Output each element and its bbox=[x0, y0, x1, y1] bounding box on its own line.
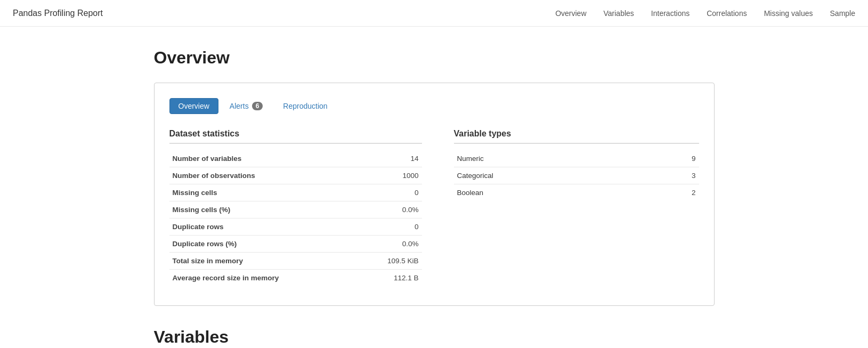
variable-types-heading: Variable types bbox=[454, 129, 699, 144]
vtype-label: Categorical bbox=[454, 167, 651, 184]
stat-label: Number of observations bbox=[169, 167, 359, 184]
stat-label: Total size in memory bbox=[169, 253, 359, 270]
stat-label: Duplicate rows (%) bbox=[169, 236, 359, 253]
stat-value: 0.0% bbox=[359, 201, 421, 218]
nav-item-missing-values[interactable]: Missing values bbox=[764, 9, 813, 18]
table-row: Duplicate rows0 bbox=[169, 218, 422, 236]
dataset-statistics-heading: Dataset statistics bbox=[169, 129, 422, 144]
stat-label: Number of variables bbox=[169, 150, 359, 167]
overview-section-title: Overview bbox=[154, 48, 715, 68]
alerts-tab-label: Alerts bbox=[230, 102, 249, 110]
stat-label: Duplicate rows bbox=[169, 218, 359, 236]
stat-value: 14 bbox=[359, 150, 421, 167]
nav-item-correlations[interactable]: Correlations bbox=[707, 9, 747, 18]
table-row: Average record size in memory112.1 B bbox=[169, 270, 422, 287]
vtype-value: 2 bbox=[651, 184, 699, 201]
stat-value: 0 bbox=[359, 218, 421, 236]
dataset-statistics-table: Number of variables14Number of observati… bbox=[169, 150, 422, 286]
tab-reproduction[interactable]: Reproduction bbox=[274, 98, 336, 114]
table-row: Number of observations1000 bbox=[169, 167, 422, 184]
stat-value: 0.0% bbox=[359, 236, 421, 253]
vtype-label: Boolean bbox=[454, 184, 651, 201]
stat-label: Missing cells (%) bbox=[169, 201, 359, 218]
tab-overview[interactable]: Overview bbox=[169, 98, 218, 114]
stat-label: Average record size in memory bbox=[169, 270, 359, 287]
stat-label: Missing cells bbox=[169, 184, 359, 201]
table-row: Boolean2 bbox=[454, 184, 699, 201]
table-row: Missing cells (%)0.0% bbox=[169, 201, 422, 218]
vtype-label: Numeric bbox=[454, 150, 651, 167]
variable-types-col: Variable types Numeric9Categorical3Boole… bbox=[454, 129, 699, 286]
stat-value: 0 bbox=[359, 184, 421, 201]
variables-section-title: Variables bbox=[154, 327, 715, 347]
table-row: Duplicate rows (%)0.0% bbox=[169, 236, 422, 253]
table-row: Categorical3 bbox=[454, 167, 699, 184]
tab-alerts[interactable]: Alerts 6 bbox=[221, 98, 272, 114]
stat-value: 112.1 B bbox=[359, 270, 421, 287]
stat-value: 1000 bbox=[359, 167, 421, 184]
stat-value: 109.5 KiB bbox=[359, 253, 421, 270]
main-content: Overview Overview Alerts 6 Reproduction … bbox=[141, 27, 727, 348]
nav-item-interactions[interactable]: Interactions bbox=[651, 9, 689, 18]
alerts-badge: 6 bbox=[252, 102, 263, 110]
brand-title: Pandas Profiling Report bbox=[13, 9, 103, 18]
vtype-value: 9 bbox=[651, 150, 699, 167]
vtype-value: 3 bbox=[651, 167, 699, 184]
overview-card: Overview Alerts 6 Reproduction Dataset s… bbox=[154, 83, 715, 306]
nav-item-overview[interactable]: Overview bbox=[555, 9, 586, 18]
table-row: Missing cells0 bbox=[169, 184, 422, 201]
nav-links: OverviewVariablesInteractionsCorrelation… bbox=[555, 9, 855, 18]
dataset-statistics-col: Dataset statistics Number of variables14… bbox=[169, 129, 422, 286]
table-row: Numeric9 bbox=[454, 150, 699, 167]
variable-types-table: Numeric9Categorical3Boolean2 bbox=[454, 150, 699, 201]
navbar: Pandas Profiling Report OverviewVariable… bbox=[0, 0, 868, 27]
nav-item-sample[interactable]: Sample bbox=[830, 9, 855, 18]
tab-bar: Overview Alerts 6 Reproduction bbox=[169, 98, 699, 114]
nav-item-variables[interactable]: Variables bbox=[604, 9, 634, 18]
table-row: Number of variables14 bbox=[169, 150, 422, 167]
stats-grid: Dataset statistics Number of variables14… bbox=[169, 129, 699, 286]
table-row: Total size in memory109.5 KiB bbox=[169, 253, 422, 270]
